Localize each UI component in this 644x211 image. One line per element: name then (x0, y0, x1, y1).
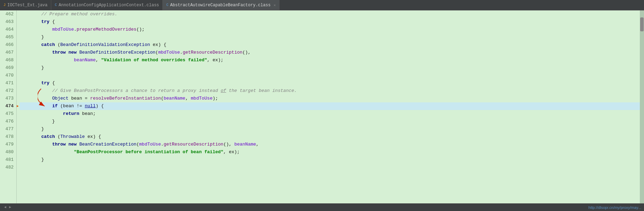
code-479: throw new BeanCreationException(mbdToUse… (20, 141, 259, 148)
code-line-473: Object bean = resolveBeforeInstantiation… (20, 95, 640, 102)
code-line-476: } (20, 118, 640, 125)
line-num-480: 480 (3, 148, 14, 156)
line-num-468: 468 (3, 56, 14, 64)
code-lines: // Prepare method overrides. try { mbdTo… (20, 10, 640, 171)
code-line-465: } (20, 33, 640, 41)
line-num-463: 463 (3, 18, 14, 26)
code-line-464: mbdToUse.prepareMethodOverrides(); (20, 26, 640, 33)
line-num-478: 478 (3, 133, 14, 141)
bottom-bar: ◄ ► http://dlsopr.cn/my/proxy/may... (0, 203, 644, 211)
line-num-470: 470 (3, 72, 14, 79)
line-num-467: 467 (3, 49, 14, 56)
code-area: 462 463 464 465 466 467 468 469 470 471 … (0, 10, 644, 203)
code-line-481: } (20, 156, 640, 164)
line-num-464: 464 (3, 26, 14, 33)
line-num-472: 472 (3, 87, 14, 95)
code-content: ▶ // Prepare method overrides. try { mbd… (17, 10, 640, 203)
tab-annotationconfig[interactable]: C AnnotationConfigApplicationContext.cla… (51, 0, 163, 10)
line-num-469: 469 (3, 64, 14, 72)
tab-label-abstractautowire: AbstractAutowireCapableBeanFactory.class (170, 3, 270, 8)
code-line-475: return bean; (20, 110, 640, 118)
tab-bar: J IOCTest_Ext.java C AnnotationConfigApp… (0, 0, 644, 10)
class-file-icon-2: C (166, 3, 168, 7)
code-line-479: throw new BeanCreationException(mbdToUse… (20, 141, 640, 148)
code-line-474: if (bean != null) { (20, 102, 640, 110)
code-line-467: throw new BeanDefinitionStoreException(m… (20, 49, 640, 56)
tab-ioctest[interactable]: J IOCTest_Ext.java (0, 0, 51, 10)
line-num-479: 479 (3, 141, 14, 148)
code-line-468: beanName, "Validation of method override… (20, 56, 640, 64)
code-465: } (20, 33, 44, 41)
code-line-482 (20, 164, 640, 171)
code-466: catch (BeanDefinitionValidationException… (20, 41, 166, 49)
line-num-475: 475 (3, 110, 14, 118)
editor-container: J IOCTest_Ext.java C AnnotationConfigApp… (0, 0, 644, 211)
code-line-470 (20, 72, 640, 79)
tab-close-icon[interactable]: ✕ (274, 3, 276, 7)
line-num-477: 477 (3, 125, 14, 133)
code-470 (20, 72, 22, 79)
code-478: catch (Throwable ex) { (20, 133, 101, 141)
code-line-466: catch (BeanDefinitionValidationException… (20, 41, 640, 49)
scroll-left-arrow[interactable]: ◄ (3, 205, 8, 209)
line-indicator-arrow: ▶ (17, 102, 19, 109)
java-file-icon: J (3, 3, 6, 7)
code-472: // Give BeanPostProcessors a chance to r… (20, 87, 297, 95)
vertical-scrollbar[interactable] (640, 10, 644, 203)
tab-label-annotationconfig: AnnotationConfigApplicationContext.class (59, 3, 159, 8)
line-num-481: 481 (3, 156, 14, 164)
code-line-463: try { (20, 18, 640, 26)
line-num-473: 473 (3, 95, 14, 102)
line-numbers: 462 463 464 465 466 467 468 469 470 471 … (0, 10, 17, 203)
scrollbar-thumb[interactable] (640, 17, 644, 31)
scroll-right-arrow[interactable]: ► (8, 205, 13, 209)
line-num-482: 482 (3, 164, 14, 171)
code-471: try { (20, 79, 55, 87)
code-481: } (20, 156, 44, 164)
line-num-466: 466 (3, 41, 14, 49)
code-473: Object bean = resolveBeforeInstantiation… (20, 95, 218, 102)
code-line-471: try { (20, 79, 640, 87)
code-467: throw new BeanDefinitionStoreException(m… (20, 49, 251, 56)
code-469: } (20, 64, 44, 72)
tab-abstractautowire[interactable]: C AbstractAutowireCapableBeanFactory.cla… (163, 0, 279, 10)
bottom-left: ◄ ► (3, 205, 13, 209)
code-482 (20, 164, 22, 171)
code-line-480: "BeanPostProcessor before instantiation … (20, 148, 640, 156)
code-474: if (bean != null) { (20, 102, 104, 110)
bottom-url: http://dlsopr.cn/my/proxy/may... (589, 205, 641, 210)
code-line-478: catch (Throwable ex) { (20, 133, 640, 141)
line-num-465: 465 (3, 33, 14, 41)
code-line-472: // Give BeanPostProcessors a chance to r… (20, 87, 640, 95)
code-line-477: } (20, 125, 640, 133)
code-468: beanName, "Validation of method override… (20, 56, 223, 64)
line-num-462: 462 (3, 10, 14, 18)
line-num-474: 474 (3, 102, 14, 110)
code-464: mbdToUse.prepareMethodOverrides(); (20, 26, 145, 33)
comment-462: // Prepare method overrides. (20, 10, 117, 18)
code-463: try { (20, 18, 55, 26)
tab-label-ioctest: IOCTest_Ext.java (7, 3, 47, 8)
code-475: return bean; (20, 110, 95, 118)
line-num-476: 476 (3, 118, 14, 125)
code-477: } (20, 125, 44, 133)
code-line-469: } (20, 64, 640, 72)
class-file-icon-1: C (55, 3, 57, 7)
line-num-471: 471 (3, 79, 14, 87)
code-476: } (20, 118, 55, 125)
code-480: "BeanPostProcessor before instantiation … (20, 148, 240, 156)
code-line-462: // Prepare method overrides. (20, 10, 640, 18)
